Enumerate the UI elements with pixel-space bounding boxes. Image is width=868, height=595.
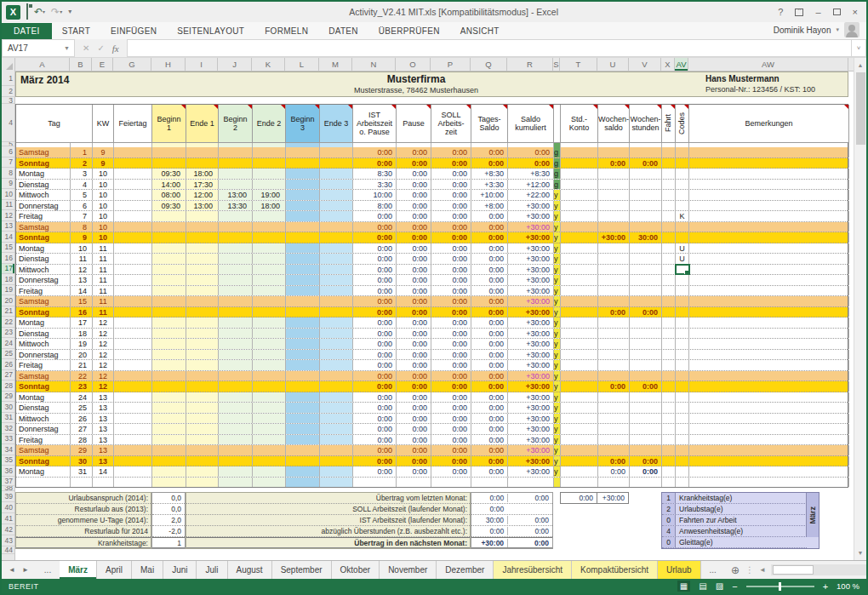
cell-bm-r16[interactable]	[689, 254, 849, 264]
cell[interactable]	[508, 478, 554, 487]
cell-day-r7[interactable]: Sonntag	[16, 158, 71, 169]
cell[interactable]	[431, 478, 471, 487]
cell-e3-r35[interactable]	[320, 456, 353, 466]
cell-wst-r21[interactable]: 0:00	[630, 307, 662, 318]
tab-scroll-right-icon[interactable]: ►	[22, 566, 29, 574]
cell-pa-r36[interactable]: 0:00	[397, 466, 431, 477]
cell-cd-r24[interactable]	[676, 339, 689, 349]
cell-hol-r9[interactable]	[114, 180, 152, 190]
cell-b2-r34[interactable]	[219, 445, 253, 455]
table-header-beginn2[interactable]: Beginn 2	[219, 105, 253, 143]
cell-s-r24[interactable]: y	[554, 339, 561, 349]
cell-ko-r20[interactable]	[561, 296, 598, 306]
cell-day-r33[interactable]: Freitag	[16, 435, 71, 445]
tabs-overflow-left[interactable]: ...	[36, 561, 60, 579]
cell-pa-r9[interactable]: 0:00	[397, 180, 431, 190]
cell-date-r36[interactable]: 31	[71, 466, 93, 477]
cell-cd-r9[interactable]	[676, 180, 689, 190]
row-header-17[interactable]: 17	[2, 264, 14, 275]
cell-b1-r20[interactable]	[152, 296, 186, 306]
table-header-soll[interactable]: SOLL Arbeits- zeit	[431, 105, 471, 143]
cell-ko-r7[interactable]	[561, 158, 598, 169]
column-header-K[interactable]: K	[252, 58, 285, 71]
cell-bm-r7[interactable]	[689, 158, 849, 169]
cell-e1-r15[interactable]	[186, 243, 219, 254]
cell-ko-r36[interactable]	[561, 466, 598, 477]
cell-e2-r22[interactable]	[253, 318, 286, 328]
cell-s-r26[interactable]: y	[554, 360, 561, 370]
cell-e2-r31[interactable]	[253, 414, 286, 424]
row-header-11[interactable]: 11	[2, 200, 14, 211]
cell-hol-r22[interactable]	[114, 318, 152, 328]
cell-so-r12[interactable]: 0:00	[431, 211, 471, 221]
cell-ts-r18[interactable]: 0:00	[471, 275, 508, 285]
cell-b1-r19[interactable]	[152, 286, 186, 296]
cell-kw-r25[interactable]: 12	[93, 350, 114, 360]
cell-ts-r16[interactable]: 0:00	[471, 254, 508, 264]
cell-ko-r16[interactable]	[561, 254, 598, 264]
cell-e1-r7[interactable]	[186, 158, 219, 169]
cell-e2-r15[interactable]	[253, 243, 286, 254]
cell-b1-r16[interactable]	[152, 254, 186, 264]
cell-so-r32[interactable]: 0:00	[431, 424, 471, 434]
cell-ts-r21[interactable]: 0:00	[471, 307, 508, 318]
cell-kw-r32[interactable]: 13	[93, 424, 114, 434]
hscroll-left-icon[interactable]: ◄	[757, 566, 768, 574]
cell-ts-r9[interactable]: +3:30	[471, 180, 508, 190]
cell-so-r31[interactable]: 0:00	[431, 414, 471, 424]
cell-e3-r19[interactable]	[320, 286, 353, 296]
cell-so-r35[interactable]: 0:00	[431, 456, 471, 466]
cell[interactable]	[561, 478, 598, 487]
cell-e2-r7[interactable]	[253, 158, 286, 169]
sheet-tab-urlaub[interactable]: Urlaub	[658, 561, 700, 579]
cell-ts-r33[interactable]: 0:00	[471, 435, 508, 445]
tab-scroll-left-icon[interactable]: ◄	[9, 566, 15, 574]
cell-ts-r17[interactable]: 0:00	[471, 265, 508, 275]
cell-b1-r10[interactable]: 08:00	[152, 190, 186, 200]
cell-kw-r10[interactable]: 10	[93, 190, 114, 200]
cell-s-r6[interactable]: g	[554, 147, 561, 157]
cell-fa-r14[interactable]	[662, 232, 676, 243]
cell[interactable]	[471, 478, 508, 487]
sheet-tab-september[interactable]: September	[272, 561, 332, 579]
cell-hol-r18[interactable]	[114, 275, 152, 285]
cell-cd-r12[interactable]: K	[676, 211, 689, 221]
cell-e3-r25[interactable]	[320, 350, 353, 360]
cell-date-r19[interactable]: 14	[71, 286, 93, 296]
cell-s-r20[interactable]: y	[554, 296, 561, 306]
cell-ws-r20[interactable]	[598, 296, 630, 306]
cell-ts-r34[interactable]: 0:00	[471, 445, 508, 455]
cell[interactable]	[397, 478, 431, 487]
cell-b1-r27[interactable]	[152, 371, 186, 381]
cell-s-r11[interactable]: y	[554, 201, 561, 211]
cell[interactable]	[320, 478, 353, 487]
cell-ko-r23[interactable]	[561, 329, 598, 339]
cell-b3-r9[interactable]	[286, 180, 320, 190]
cell-bm-r31[interactable]	[689, 414, 849, 424]
cell-cd-r33[interactable]	[676, 435, 689, 445]
row-header-23[interactable]: 23	[2, 328, 14, 339]
row-header-36[interactable]: 36	[2, 466, 14, 477]
cell-e3-r15[interactable]	[320, 243, 353, 254]
cell-date-r18[interactable]: 13	[71, 275, 93, 285]
cell-b1-r15[interactable]	[152, 243, 186, 254]
cell-e1-r29[interactable]	[186, 392, 219, 403]
cell-kw-r19[interactable]: 11	[93, 286, 114, 296]
cell-e3-r26[interactable]	[320, 360, 353, 370]
cell-e2-r16[interactable]	[253, 254, 286, 264]
cell-e3-r31[interactable]	[320, 414, 353, 424]
cell-ist-r9[interactable]: 3:30	[353, 180, 397, 190]
cell-wst-r16[interactable]	[630, 254, 662, 264]
cell-s-r18[interactable]: y	[554, 275, 561, 285]
sheet-tab-kompaktübersicht[interactable]: Kompaktübersicht	[572, 561, 658, 579]
cell-date-r30[interactable]: 25	[71, 403, 93, 413]
cell-e2-r20[interactable]	[253, 296, 286, 306]
cell-so-r18[interactable]: 0:00	[431, 275, 471, 285]
cell-date-r24[interactable]: 19	[71, 339, 93, 349]
table-header-wochensaldo[interactable]: Wochen- saldo	[598, 105, 630, 143]
cell-s-r25[interactable]: y	[554, 350, 561, 360]
cell-ks-r32[interactable]: +30:00	[508, 424, 554, 434]
cell-ws-r17[interactable]	[598, 265, 630, 275]
cell-b2-r25[interactable]	[219, 350, 253, 360]
cell-pa-r26[interactable]: 0:00	[397, 360, 431, 370]
